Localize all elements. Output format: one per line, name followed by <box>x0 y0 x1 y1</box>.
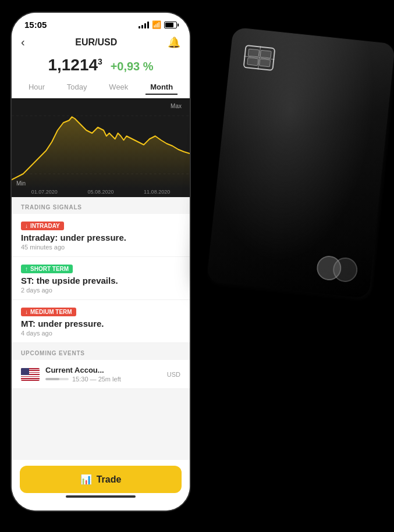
medium-term-time: 4 days ago <box>21 330 180 337</box>
trade-icon: 📊 <box>80 474 92 485</box>
event-time-row: 15:30 — 25m left <box>45 376 161 383</box>
event-currency: USD <box>167 371 180 378</box>
tab-month[interactable]: Month <box>145 80 178 95</box>
home-indicator <box>66 495 136 498</box>
event-bar-fill <box>45 378 59 380</box>
short-term-badge-label: SHORT TERM <box>30 266 69 272</box>
wifi-icon: 📶 <box>152 20 161 29</box>
short-term-time: 2 days ago <box>21 287 180 294</box>
event-progress-bar <box>45 378 69 380</box>
short-term-badge: ↑SHORT TERM <box>21 265 73 273</box>
credit-card <box>207 27 394 299</box>
chart-date-1: 01.07.2020 <box>31 189 58 195</box>
flag-icon-usd <box>21 368 40 381</box>
status-icons: 📶 <box>139 20 177 29</box>
intraday-time: 45 minutes ago <box>21 244 180 251</box>
medium-term-badge: ↓MEDIUM TERM <box>21 308 76 316</box>
trade-button-container: 📊 Trade <box>12 460 190 510</box>
short-term-title: ST: the upside prevails. <box>21 276 180 285</box>
price-section: 1,12143 +0,93 % <box>12 53 190 80</box>
event-time: 15:30 — 25m left <box>72 376 121 383</box>
tab-today[interactable]: Today <box>62 80 92 95</box>
back-button[interactable]: ‹ <box>21 35 25 49</box>
phone-mockup: 15:05 📶 ‹ EUR/USD 🔔 1,12143 +0,93 % <box>10 12 191 512</box>
tab-hour[interactable]: Hour <box>24 80 49 95</box>
price-chart: Max Min 01.07.2020 05.08.2020 11.08.2020 <box>12 98 190 197</box>
chart-min-label: Min <box>16 180 26 187</box>
trade-button[interactable]: 📊 Trade <box>20 466 182 493</box>
trade-label: Trade <box>97 474 122 485</box>
signal-intraday: ↓INTRADAY Intraday: under pressure. 45 m… <box>12 214 190 257</box>
upcoming-events-header: UPCOMING EVENTS <box>12 343 190 360</box>
trading-signals-header: TRADING SIGNALS <box>12 197 190 214</box>
signal-short-term: ↑SHORT TERM ST: the upside prevails. 2 d… <box>12 257 190 300</box>
chart-date-2: 05.08.2020 <box>87 189 113 195</box>
main-content: TRADING SIGNALS ↓INTRADAY Intraday: unde… <box>12 197 190 460</box>
event-info: Current Accou... 15:30 — 25m left <box>45 366 161 383</box>
price-change: +0,93 % <box>111 60 154 73</box>
chart-max-label: Max <box>171 103 182 109</box>
medium-term-badge-label: MEDIUM TERM <box>30 309 72 315</box>
card-shimmer <box>207 27 394 299</box>
chip-icon <box>243 45 276 71</box>
status-time: 15:05 <box>24 20 47 30</box>
event-name: Current Accou... <box>45 366 161 374</box>
medium-term-title: MT: under pressure. <box>21 319 180 329</box>
time-tabs: Hour Today Week Month <box>12 80 190 98</box>
app-header: ‹ EUR/USD 🔔 <box>12 32 190 53</box>
notification-bell-icon[interactable]: 🔔 <box>168 36 180 49</box>
intraday-badge-label: INTRADAY <box>30 223 60 229</box>
signal-icon <box>139 22 149 28</box>
intraday-title: Intraday: under pressure. <box>21 233 180 242</box>
intraday-badge: ↓INTRADAY <box>21 222 64 230</box>
status-bar: 15:05 📶 <box>12 13 190 32</box>
tab-week[interactable]: Week <box>104 80 133 95</box>
price-value: 1,12143 +0,93 % <box>48 56 153 74</box>
event-current-account: Current Accou... 15:30 — 25m left USD <box>12 360 190 389</box>
chart-date-3: 11.08.2020 <box>144 189 170 195</box>
chart-dates: 01.07.2020 05.08.2020 11.08.2020 <box>12 189 190 195</box>
battery-icon <box>164 22 177 28</box>
signal-medium-term: ↓MEDIUM TERM MT: under pressure. 4 days … <box>12 300 190 343</box>
header-title: EUR/USD <box>75 37 117 48</box>
